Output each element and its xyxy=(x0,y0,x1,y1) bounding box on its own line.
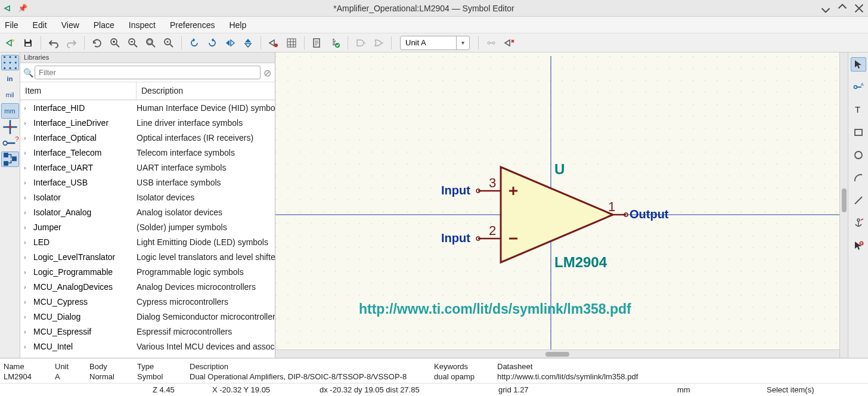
pin-window-icon[interactable]: 📌 xyxy=(18,4,27,13)
horizontal-scrollbar[interactable] xyxy=(275,349,839,358)
menu-place[interactable]: Place xyxy=(94,20,114,30)
select-tool[interactable] xyxy=(851,57,866,72)
status-dxy: dx -20.32 dy 19.05 dist 27.85 xyxy=(320,385,498,394)
svg-point-13 xyxy=(488,42,490,44)
library-row[interactable]: ›Logic_LevelTranslatorLogic level transl… xyxy=(20,249,275,264)
library-row[interactable]: ›MCU_IntelVarious Intel MCU devices and … xyxy=(20,339,275,354)
library-row[interactable]: ›MCU_EspressifEspressif microcontrollers xyxy=(20,324,275,339)
delete-tool[interactable] xyxy=(851,239,866,253)
filter-input[interactable] xyxy=(35,66,261,79)
library-row[interactable]: ›Interface_HIDHuman Interface Device (HI… xyxy=(20,100,275,115)
anchor-tool[interactable] xyxy=(851,216,866,230)
redo-button[interactable] xyxy=(64,35,79,51)
expand-icon[interactable]: › xyxy=(24,179,31,186)
mirror-v-button[interactable] xyxy=(240,35,256,51)
maximize-icon[interactable] xyxy=(837,3,848,14)
expand-icon[interactable]: › xyxy=(24,209,31,216)
chevron-down-icon[interactable]: ▾ xyxy=(456,36,469,50)
zoom-in-button[interactable] xyxy=(107,35,123,51)
units-mil-button[interactable]: mil xyxy=(1,87,19,103)
demorgan-standard-button[interactable] xyxy=(353,35,368,51)
add-arc-tool[interactable] xyxy=(851,171,866,185)
svg-point-46 xyxy=(857,219,860,221)
symbol-properties-button[interactable] xyxy=(266,35,281,51)
expand-icon[interactable]: › xyxy=(24,239,31,246)
col-description[interactable]: Description xyxy=(137,82,188,100)
library-row[interactable]: ›MCU_DialogDialog Semiconductor microcon… xyxy=(20,309,275,324)
library-row[interactable]: ›Logic_ProgrammableProgrammable logic sy… xyxy=(20,264,275,279)
rotate-cw-button[interactable] xyxy=(204,35,220,51)
menu-view[interactable]: View xyxy=(61,20,79,30)
value-text: LM2904 xyxy=(554,254,607,270)
expand-icon[interactable]: › xyxy=(24,104,31,112)
mirror-h-button[interactable] xyxy=(222,35,238,51)
library-row[interactable]: ›LEDLight Emitting Diode (LED) symbols xyxy=(20,234,275,249)
refresh-button[interactable] xyxy=(89,35,105,51)
library-row[interactable]: ›Jumper(Solder) jumper symbols xyxy=(20,219,275,234)
zoom-out-button[interactable] xyxy=(125,35,141,51)
library-row[interactable]: ›Isolator_AnalogAnalog isolator devices xyxy=(20,205,275,219)
expand-icon[interactable]: › xyxy=(24,313,31,320)
add-pin-tool[interactable]: A xyxy=(851,80,866,94)
library-description: Line driver interface symbols xyxy=(137,118,275,128)
menu-help[interactable]: Help xyxy=(229,20,246,30)
menu-edit[interactable]: Edit xyxy=(33,20,47,30)
zoom-fit-button[interactable] xyxy=(143,35,159,51)
add-rect-tool[interactable] xyxy=(851,125,866,140)
sync-pins-button[interactable] xyxy=(483,35,499,51)
expand-icon[interactable]: › xyxy=(24,283,31,290)
library-row[interactable]: ›IsolatorIsolator devices xyxy=(20,190,275,205)
expand-icon[interactable]: › xyxy=(24,164,31,171)
undo-button[interactable] xyxy=(46,35,61,51)
show-symbol-tree-button[interactable] xyxy=(1,151,19,167)
close-icon[interactable] xyxy=(854,3,864,14)
col-item[interactable]: Item xyxy=(20,82,137,100)
menu-inspect[interactable]: Inspect xyxy=(129,20,156,30)
add-line-tool[interactable] xyxy=(851,193,866,208)
zoom-selection-button[interactable] xyxy=(161,35,176,51)
add-to-schematic-button[interactable] xyxy=(501,35,517,51)
vertical-scrollbar[interactable] xyxy=(839,52,848,358)
expand-icon[interactable]: › xyxy=(24,298,31,305)
expand-icon[interactable]: › xyxy=(24,194,31,201)
expand-icon[interactable]: › xyxy=(24,224,31,231)
expand-icon[interactable]: › xyxy=(24,343,31,350)
library-row[interactable]: ›MCU_AnalogDevicesAnalog Devices microco… xyxy=(20,279,275,294)
grid-button[interactable] xyxy=(1,55,19,70)
expand-icon[interactable]: › xyxy=(24,253,31,261)
cursor-shape-button[interactable] xyxy=(1,119,19,135)
erc-button[interactable] xyxy=(327,35,343,51)
save-button[interactable] xyxy=(20,35,36,51)
canvas-svg[interactable]: 3 2 1 Input Input Output U LM2904 http:/… xyxy=(275,52,839,358)
add-circle-tool[interactable] xyxy=(851,148,866,162)
library-row[interactable]: ›Interface_TelecomTelecom interface symb… xyxy=(20,145,275,160)
expand-icon[interactable]: › xyxy=(24,134,31,141)
library-row[interactable]: ›Interface_USBUSB interface symbols xyxy=(20,175,275,190)
library-row[interactable]: ›Interface_LineDriverLine driver interfa… xyxy=(20,115,275,130)
library-row[interactable]: ›Interface_UARTUART interface symbols xyxy=(20,160,275,175)
info-unit-label: Unit xyxy=(55,361,89,372)
demorgan-alternate-button[interactable] xyxy=(371,35,386,51)
show-pin-electrical-button[interactable]: ? xyxy=(1,135,19,151)
datasheet-button[interactable] xyxy=(309,35,325,51)
canvas[interactable]: 3 2 1 Input Input Output U LM2904 http:/… xyxy=(275,52,839,358)
add-text-tool[interactable]: T xyxy=(851,103,866,117)
library-row[interactable]: ›Interface_OpticalOptical interfaces (IR… xyxy=(20,130,275,145)
minimize-icon[interactable] xyxy=(820,3,831,14)
library-row[interactable]: ›MCU_CypressCypress microcontrollers xyxy=(20,294,275,309)
expand-icon[interactable]: › xyxy=(24,119,31,126)
unit-select[interactable]: Unit A ▾ xyxy=(400,36,470,50)
pin-table-button[interactable] xyxy=(284,35,299,51)
new-symbol-button[interactable] xyxy=(2,35,18,51)
expand-icon[interactable]: › xyxy=(24,268,31,276)
menu-file[interactable]: File xyxy=(5,20,18,30)
expand-icon[interactable]: › xyxy=(24,149,31,156)
clear-filter-icon[interactable]: ⊘ xyxy=(262,67,272,78)
units-mm-button[interactable]: mm xyxy=(1,103,19,119)
expand-icon[interactable]: › xyxy=(24,328,31,335)
units-in-button[interactable]: in xyxy=(1,71,19,86)
menu-preferences[interactable]: Preferences xyxy=(170,20,215,30)
svg-rect-1 xyxy=(26,39,30,42)
rotate-ccw-button[interactable] xyxy=(187,35,202,51)
libraries-list[interactable]: ›Interface_HIDHuman Interface Device (HI… xyxy=(20,100,275,358)
